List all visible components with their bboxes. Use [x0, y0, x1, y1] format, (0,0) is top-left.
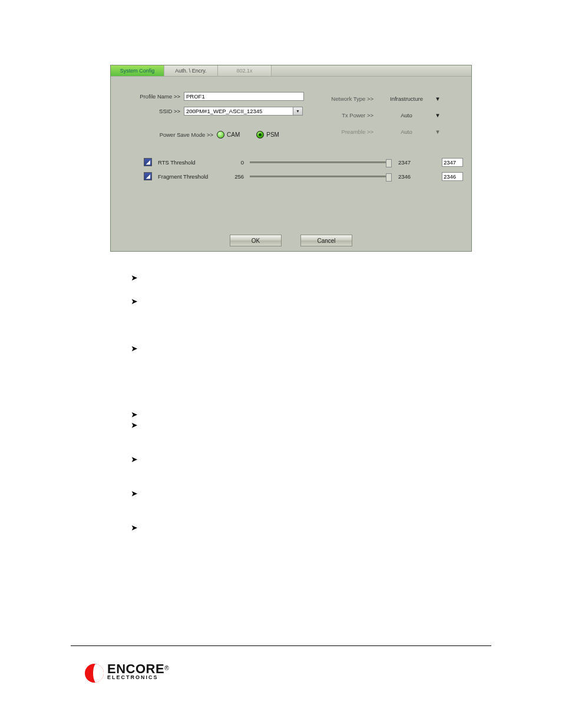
slider-thumb-icon[interactable] — [386, 159, 392, 167]
tab-system-config[interactable]: System Config — [111, 65, 164, 76]
preamble-label: Preamble >> — [320, 129, 379, 135]
fragment-threshold-label: Fragment Threshold — [158, 173, 223, 180]
rts-threshold-input[interactable] — [442, 158, 463, 167]
tx-power-label: Tx Power >> — [320, 112, 379, 118]
tab-802-1x: 802.1x — [218, 65, 272, 76]
bullet-arrow-icon: ➤ — [131, 447, 562, 471]
system-config-panel: System Config Auth. \ Encry. 802.1x Prof… — [110, 65, 472, 252]
psm-label: PSM — [266, 131, 279, 138]
profile-name-input[interactable] — [184, 92, 304, 101]
network-type-label: Network Type >> — [320, 95, 379, 102]
rts-max: 2347 — [398, 159, 416, 166]
ssid-input[interactable] — [184, 107, 293, 116]
encore-logo-icon — [85, 664, 104, 683]
rts-threshold-slider[interactable] — [250, 162, 390, 163]
bullet-arrow-icon: ➤ — [131, 482, 562, 505]
profile-name-label: Profile Name >> — [119, 93, 184, 100]
right-column: Network Type >> Infrastructure ▼ Tx Powe… — [320, 93, 467, 142]
bullet-arrow-icon: ➤ — [131, 337, 562, 360]
rts-threshold-label: RTS Threshold — [158, 159, 223, 166]
dialog-button-row: OK Cancel — [111, 231, 471, 251]
encore-logo: ENCORE® ELECTRONICS — [85, 664, 562, 683]
power-save-mode-label: Power Save Mode >> — [119, 131, 217, 138]
bullet-arrow-icon: ➤ — [131, 516, 562, 539]
panel-body: Profile Name >> SSID >> ▼ Network Type >… — [111, 77, 471, 231]
ssid-label: SSID >> — [119, 108, 184, 114]
tab-auth-encry[interactable]: Auth. \ Encry. — [164, 65, 218, 76]
slider-thumb-icon[interactable] — [386, 173, 392, 182]
ok-button[interactable]: OK — [230, 235, 282, 246]
chevron-down-icon[interactable]: ▼ — [434, 95, 442, 102]
chevron-down-icon: ▼ — [434, 129, 442, 135]
preamble-value: Auto — [379, 129, 434, 135]
fragment-threshold-slider[interactable] — [250, 176, 390, 177]
chevron-down-icon[interactable]: ▼ — [434, 112, 442, 118]
registered-icon: ® — [164, 665, 168, 671]
frag-min: 256 — [229, 173, 244, 180]
chevron-down-icon: ▼ — [296, 109, 300, 113]
cancel-button[interactable]: Cancel — [300, 235, 352, 246]
rts-threshold-checkbox[interactable]: ◢ — [144, 158, 152, 166]
bullet-arrow-icon: ➤ — [131, 289, 562, 313]
cam-label: CAM — [227, 131, 240, 138]
bullet-arrow-icon: ➤ — [131, 413, 562, 437]
frag-max: 2346 — [398, 173, 416, 180]
page-divider — [71, 645, 491, 646]
ssid-dropdown-button[interactable]: ▼ — [293, 107, 303, 116]
cam-radio[interactable] — [217, 131, 224, 139]
config-tabs: System Config Auth. \ Encry. 802.1x — [111, 65, 471, 77]
bullet-arrow-icon: ➤ — [131, 266, 562, 289]
tx-power-value[interactable]: Auto — [379, 112, 434, 118]
network-type-value[interactable]: Infrastructure — [379, 95, 434, 102]
psm-radio[interactable] — [256, 131, 264, 139]
fragment-threshold-checkbox[interactable]: ◢ — [144, 172, 152, 180]
fragment-threshold-input[interactable] — [442, 172, 463, 181]
rts-min: 0 — [229, 159, 244, 166]
